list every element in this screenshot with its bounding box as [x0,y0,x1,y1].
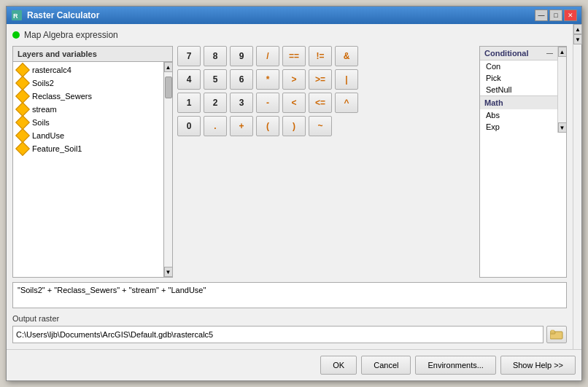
svg-rect-4 [551,330,554,332]
btn-minus[interactable]: - [256,93,279,113]
window-controls: — □ ✕ [535,9,577,21]
layer-icon [15,89,30,103]
window-scrollbar[interactable]: ▲ ▼ [573,24,581,349]
scroll-down-arrow[interactable]: ▼ [164,267,173,277]
layer-name: Reclass_Sewers [32,92,92,101]
map-algebra-section: Map Algebra expression [12,30,567,40]
btn-plus[interactable]: + [230,116,253,136]
btn-mul[interactable]: * [256,69,279,90]
list-item[interactable]: Feature_Soil1 [13,142,163,155]
win-scroll-up[interactable]: ▲ [573,24,582,34]
btn-1[interactable]: 1 [177,93,201,113]
layer-icon [15,128,30,143]
btn-tilde[interactable]: ~ [309,116,332,136]
math-item-abs[interactable]: Abs [480,109,557,121]
btn-rparen[interactable]: ) [282,116,306,136]
environments-button[interactable]: Environments... [415,356,495,375]
main-content: Layers and variables rastercalc4 Soils2 [12,46,567,278]
layer-name: Soils2 [32,79,54,87]
conditional-panel: Conditional — Con Pick SetNull Math Abs … [479,46,567,278]
expression-input[interactable]: "Soils2" + "Reclass_Sewers" + "stream" +… [12,282,567,308]
bottom-bar: OK Cancel Environments... Show Help >> [7,349,581,380]
win-scroll-down[interactable]: ▼ [573,34,582,44]
layer-icon [15,141,30,156]
calculator-section: 7 8 9 / == != & 4 5 [177,46,475,278]
list-item[interactable]: Soils2 [13,77,163,90]
btn-8[interactable]: 8 [204,46,227,66]
output-label: Output raster [12,314,567,323]
layer-name: Soils [32,118,50,127]
layer-name: rastercalc4 [32,66,71,74]
btn-6[interactable]: 6 [230,69,253,90]
layers-panel: Layers and variables rastercalc4 Soils2 [12,46,173,278]
list-item[interactable]: Soils [13,116,163,129]
browse-button[interactable] [546,326,567,343]
conditional-header: Conditional — [480,47,557,60]
calc-row-2: 4 5 6 * > >= | [177,69,475,90]
btn-5[interactable]: 5 [204,69,227,90]
close-button[interactable]: ✕ [564,9,577,21]
list-item[interactable]: Reclass_Sewers [13,90,163,103]
list-item[interactable]: stream [13,103,163,116]
layers-header: Layers and variables [13,47,172,62]
btn-lparen[interactable]: ( [256,116,279,136]
conditional-item-con[interactable]: Con [480,60,557,72]
layer-icon [15,102,30,117]
calc-row-4: 0 . + ( ) ~ [177,116,475,136]
show-help-button[interactable]: Show Help >> [500,356,576,375]
window-icon: R [11,9,23,21]
btn-eq[interactable]: == [282,46,306,66]
btn-0[interactable]: 0 [177,116,201,136]
layer-icon [15,115,30,130]
list-item[interactable]: LandUse [13,129,163,142]
raster-calculator-window: R Raster Calculator — □ ✕ Map Algebra ex… [6,6,582,381]
maximize-button[interactable]: □ [549,9,562,21]
ok-button[interactable]: OK [320,356,357,375]
cond-scroll-down[interactable]: ▼ [558,122,567,133]
conditional-item-setnull[interactable]: SetNull [480,84,557,95]
layers-scrollbar[interactable]: ▲ ▼ [163,62,172,277]
window-title: Raster Calculator [27,10,535,20]
math-header: Math [480,95,557,109]
cond-scroll-up[interactable]: ▲ [558,47,567,57]
scroll-thumb[interactable] [165,77,172,98]
btn-gte[interactable]: >= [309,69,332,90]
cancel-button[interactable]: Cancel [361,356,411,375]
btn-neq[interactable]: != [309,46,332,66]
output-path-input[interactable] [12,326,543,343]
btn-2[interactable]: 2 [204,93,227,113]
conditional-item-pick[interactable]: Pick [480,72,557,84]
btn-caret[interactable]: ^ [335,93,358,113]
output-section: Output raster [12,314,567,343]
calc-row-1: 7 8 9 / == != & [177,46,475,66]
btn-amp[interactable]: & [335,46,358,66]
btn-divide[interactable]: / [256,46,279,66]
btn-7[interactable]: 7 [177,46,201,66]
window-scroll-area: Map Algebra expression Layers and variab… [7,24,581,349]
btn-4[interactable]: 4 [177,69,201,90]
layers-list: rastercalc4 Soils2 Reclass_Sewers [13,62,163,277]
layer-icon [15,63,30,77]
output-row [12,326,567,343]
layer-icon [15,76,30,90]
layer-name: stream [32,105,57,114]
status-dot [12,31,20,39]
scroll-up-arrow[interactable]: ▲ [164,62,173,72]
minimize-button[interactable]: — [535,9,548,21]
window-body: Map Algebra expression Layers and variab… [7,24,573,349]
btn-dot[interactable]: . [204,116,227,136]
calc-row-3: 1 2 3 - < <= ^ [177,93,475,113]
list-item[interactable]: rastercalc4 [13,63,163,77]
layer-name: Feature_Soil1 [32,144,82,153]
calc-grid: 7 8 9 / == != & 4 5 [177,46,475,136]
btn-gt[interactable]: > [282,69,306,90]
svg-text:R: R [13,12,18,20]
btn-pipe[interactable]: | [335,69,358,90]
btn-3[interactable]: 3 [230,93,253,113]
math-item-exp[interactable]: Exp [480,121,557,133]
window-content: Map Algebra expression Layers and variab… [7,24,573,349]
btn-lt[interactable]: < [282,93,306,113]
btn-lte[interactable]: <= [309,93,332,113]
title-bar: R Raster Calculator — □ ✕ [7,7,581,24]
btn-9[interactable]: 9 [230,46,253,66]
